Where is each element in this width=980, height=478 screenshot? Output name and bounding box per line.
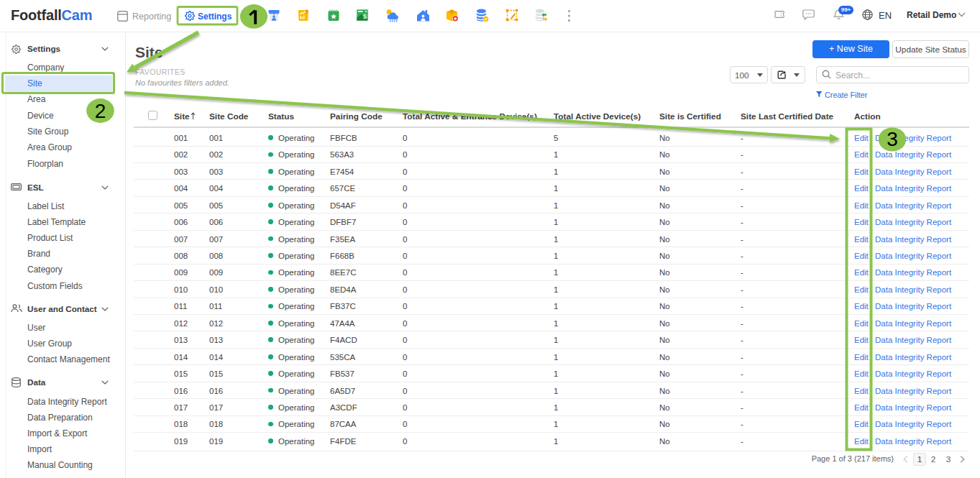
svg-text:$: $ (363, 12, 367, 20)
